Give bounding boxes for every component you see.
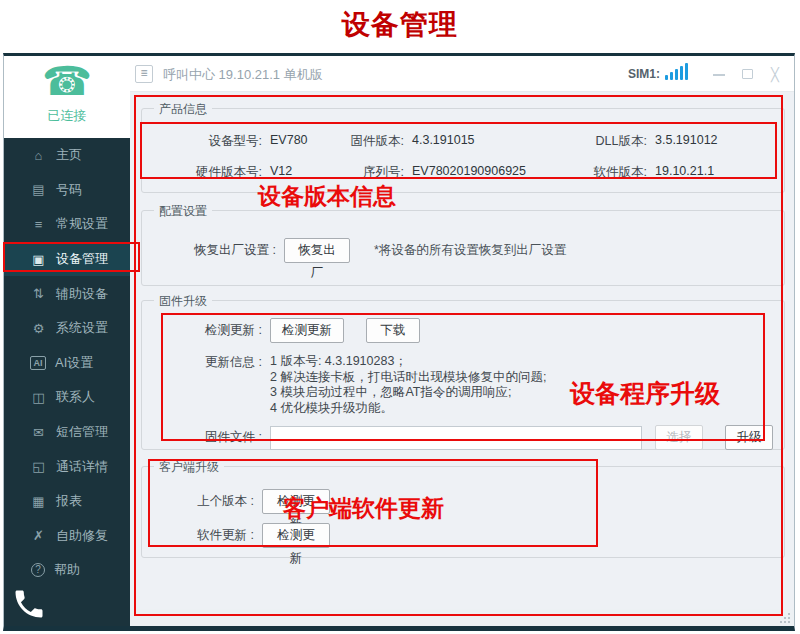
resize-grip[interactable] — [779, 612, 790, 623]
firmware-file-input[interactable] — [270, 426, 642, 450]
ai-icon: AI — [30, 356, 46, 370]
sidebar-item-label: 辅助设备 — [56, 285, 108, 303]
sidebar-item-label: 设备管理 — [56, 250, 108, 268]
groupbox-title: 固件升级 — [154, 293, 212, 310]
help-icon: ? — [31, 563, 45, 577]
check-update-label: 检测更新 : — [176, 322, 262, 339]
firmware-version-value: 4.3.191015 — [412, 133, 475, 150]
check-update-button[interactable]: 检测更新 — [270, 318, 344, 343]
sidebar-item-sms-management[interactable]: ✉短信管理 — [4, 415, 130, 450]
device-icon: ▣ — [30, 252, 47, 267]
sidebar-item-label: AI设置 — [55, 354, 93, 372]
restore-factory-button[interactable]: 恢复出厂 — [284, 238, 350, 263]
sidebar-item-label: 通话详情 — [56, 458, 108, 476]
sidebar-item-system-settings[interactable]: ⚙系统设置 — [4, 311, 130, 346]
sidebar-item-numbers[interactable]: ▤号码 — [4, 173, 130, 208]
phone-logo-icon: ☎ — [4, 56, 130, 106]
page-title: 设备管理 — [0, 6, 800, 44]
groupbox-title: 产品信息 — [154, 101, 212, 118]
update-info-text: 1 版本号: 4.3.1910283； 2 解决连接卡板，打电话时出现模块修复中… — [270, 354, 546, 416]
groupbox-title: 客户端升级 — [154, 459, 224, 476]
sidebar-item-call-details[interactable]: ◱通话详情 — [4, 449, 130, 484]
dll-version-label: DLL版本: — [562, 133, 647, 150]
maximize-button[interactable] — [738, 66, 756, 82]
close-button[interactable]: ╳ — [766, 66, 784, 82]
firmware-groupbox: 固件升级 检测更新 : 检测更新 下载 更新信息 : 1 版本号: 4.3.19… — [141, 300, 785, 450]
sidebar-item-label: 系统设置 — [56, 319, 108, 337]
sim-signal-icon — [665, 63, 690, 80]
download-button[interactable]: 下载 — [366, 318, 420, 343]
sidebar-menu: ⌂主页 ▤号码 ≡常规设置 ▣设备管理 ⇅辅助设备 ⚙系统设置 AIAI设置 ◫… — [4, 138, 130, 588]
sidebar-item-help[interactable]: ?帮助 — [4, 553, 130, 588]
call-details-icon: ◱ — [30, 459, 47, 474]
sidebar-item-ai-settings[interactable]: AIAI设置 — [4, 346, 130, 381]
sliders-icon: ≡ — [30, 217, 47, 232]
sidebar-item-device-management[interactable]: ▣设备管理 — [4, 242, 130, 277]
sim-label: SIM1: — [628, 67, 660, 81]
sidebar-item-contacts[interactable]: ◫联系人 — [4, 380, 130, 415]
serial-number-label: 序列号: — [332, 164, 404, 181]
minimize-button[interactable] — [710, 66, 728, 82]
upgrade-button[interactable]: 升级 — [725, 425, 773, 450]
phone-handset-icon[interactable] — [11, 586, 47, 622]
contacts-icon: ◫ — [30, 390, 47, 405]
software-version-value: 19.10.21.1 — [655, 164, 714, 181]
config-groupbox: 配置设置 恢复出厂设置 : 恢复出厂 *将设备的所有设置恢复到出厂设置 — [141, 210, 785, 286]
software-version-label: 软件版本: — [562, 164, 647, 181]
dll-version-value: 3.5.191012 — [655, 133, 718, 150]
hardware-version-label: 硬件版本号: — [162, 164, 262, 181]
status-bar — [130, 609, 794, 626]
firmware-file-label: 固件文件 : — [176, 429, 262, 446]
sidebar-item-label: 号码 — [56, 181, 82, 199]
sidebar-item-label: 报表 — [56, 492, 82, 510]
sidebar-item-general-settings[interactable]: ≡常规设置 — [4, 207, 130, 242]
title-bar: ≡ 呼叫中心 19.10.21.1 单机版 SIM1: ╳ — [130, 56, 794, 92]
hardware-version-value: V12 — [270, 164, 292, 181]
previous-version-label: 上个版本 : — [176, 493, 254, 510]
aux-device-icon: ⇅ — [30, 286, 47, 301]
numbers-icon: ▤ — [30, 182, 47, 197]
connection-panel: ☎ 已连接 — [4, 56, 130, 138]
hamburger-menu-icon[interactable]: ≡ — [135, 65, 153, 83]
software-update-label: 软件更新 : — [176, 527, 254, 544]
sidebar-item-label: 常规设置 — [56, 215, 108, 233]
sidebar-item-self-repair[interactable]: ✗自助修复 — [4, 519, 130, 554]
software-check-update-button[interactable]: 检测更新 — [262, 523, 330, 548]
restore-factory-note: *将设备的所有设置恢复到出厂设置 — [374, 242, 566, 259]
device-model-label: 设备型号: — [162, 133, 262, 150]
sidebar-item-label: 主页 — [56, 146, 82, 164]
device-model-value: EV780 — [270, 133, 308, 150]
choose-file-button[interactable]: 选择 — [655, 425, 703, 450]
sidebar-item-label: 自助修复 — [56, 527, 108, 545]
repair-icon: ✗ — [30, 528, 47, 543]
home-icon: ⌂ — [30, 148, 47, 163]
sidebar-item-auxiliary-device[interactable]: ⇅辅助设备 — [4, 276, 130, 311]
sidebar-item-label: 短信管理 — [56, 423, 108, 441]
prev-check-update-button[interactable]: 检测更新 — [262, 489, 330, 514]
main-content: 产品信息 设备型号:EV780 固件版本:4.3.191015 DLL版本:3.… — [130, 92, 794, 609]
sidebar-item-reports[interactable]: ▦报表 — [4, 484, 130, 519]
window-title: 呼叫中心 19.10.21.1 单机版 — [163, 66, 323, 84]
app-window: ≡ 呼叫中心 19.10.21.1 单机版 SIM1: ╳ ☎ 已连接 ⌂主页 … — [3, 53, 795, 631]
product-info-groupbox: 产品信息 设备型号:EV780 固件版本:4.3.191015 DLL版本:3.… — [141, 108, 785, 193]
gear-icon: ⚙ — [30, 321, 47, 336]
firmware-version-label: 固件版本: — [332, 133, 404, 150]
envelope-icon: ✉ — [30, 425, 47, 440]
client-upgrade-groupbox: 客户端升级 上个版本 : 检测更新 软件更新 : 检测更新 — [141, 466, 785, 558]
connection-status: 已连接 — [4, 107, 130, 125]
sidebar-item-label: 帮助 — [54, 561, 80, 579]
serial-number-value: EV78020190906925 — [412, 164, 526, 181]
restore-factory-label: 恢复出厂设置 : — [176, 242, 276, 259]
sidebar-item-home[interactable]: ⌂主页 — [4, 138, 130, 173]
sidebar: ☎ 已连接 ⌂主页 ▤号码 ≡常规设置 ▣设备管理 ⇅辅助设备 ⚙系统设置 AI… — [4, 56, 130, 626]
sidebar-item-label: 联系人 — [56, 388, 95, 406]
groupbox-title: 配置设置 — [154, 203, 212, 220]
chart-icon: ▦ — [30, 494, 47, 509]
update-info-label: 更新信息 : — [176, 354, 262, 371]
